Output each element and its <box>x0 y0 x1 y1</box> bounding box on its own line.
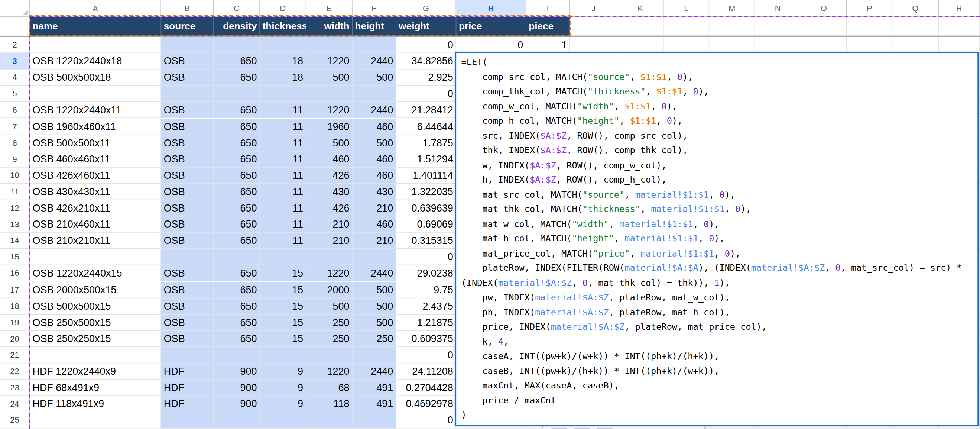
cell-D25[interactable] <box>260 412 306 429</box>
cell-F3[interactable]: 2440 <box>353 53 396 70</box>
cell-D22[interactable]: 9 <box>260 363 306 380</box>
cell-G4[interactable]: 2.925 <box>396 70 457 86</box>
cell-D17[interactable]: 15 <box>260 282 306 298</box>
cell-F22[interactable]: 2440 <box>353 363 396 380</box>
column-header-P[interactable]: P <box>847 0 893 17</box>
cell-Q2[interactable] <box>892 37 939 53</box>
cell-A16[interactable]: OSB 1220x2440x15 <box>30 265 161 282</box>
cell-B25[interactable] <box>161 412 213 429</box>
cell-G24[interactable]: 0.4692978 <box>396 396 457 412</box>
cell-A14[interactable]: OSB 210x210x11 <box>30 233 161 249</box>
cell-B12[interactable]: OSB <box>161 200 213 216</box>
cell-A17[interactable]: OSB 2000x500x15 <box>30 282 161 298</box>
cell-E19[interactable]: 250 <box>306 314 352 331</box>
row-header-21[interactable]: 21 <box>0 347 30 364</box>
cell-E4[interactable]: 500 <box>306 70 352 86</box>
cell-E16[interactable]: 1220 <box>306 265 352 282</box>
cell-G22[interactable]: 24.11208 <box>396 363 457 380</box>
row-header-11[interactable]: 11 <box>0 183 30 200</box>
cell-K1[interactable] <box>617 17 663 35</box>
cell-F2[interactable] <box>353 37 396 53</box>
cell-F10[interactable]: 460 <box>353 167 396 184</box>
cell-E22[interactable]: 1220 <box>306 363 352 380</box>
cell-G10[interactable]: 1.401114 <box>396 167 457 184</box>
cell-Q1[interactable] <box>892 17 939 35</box>
column-header-L[interactable]: L <box>664 0 710 17</box>
cell-A2[interactable] <box>30 37 161 53</box>
column-header-J[interactable]: J <box>570 0 617 17</box>
cell-C7[interactable]: 650 <box>213 119 260 135</box>
cell-C22[interactable]: 900 <box>213 363 260 380</box>
cell-M1[interactable] <box>710 17 755 35</box>
cell-B11[interactable]: OSB <box>161 183 213 200</box>
column-header-D[interactable]: D <box>260 0 306 17</box>
cell-D8[interactable]: 11 <box>260 135 306 151</box>
cell-P2[interactable] <box>847 37 893 53</box>
cell-G15[interactable]: 0 <box>396 249 457 265</box>
cell-D21[interactable] <box>260 347 306 364</box>
cell-P1[interactable] <box>847 17 893 35</box>
cell-C15[interactable] <box>213 249 260 265</box>
column-header-K[interactable]: K <box>617 0 663 17</box>
cell-D9[interactable]: 11 <box>260 151 306 167</box>
cell-D16[interactable]: 15 <box>260 265 306 282</box>
cell-E17[interactable]: 2000 <box>306 282 352 298</box>
column-header-H[interactable]: H <box>456 0 526 17</box>
cell-D14[interactable]: 11 <box>260 233 306 249</box>
cell-F16[interactable]: 2440 <box>353 265 396 282</box>
cell-E9[interactable]: 460 <box>306 151 352 167</box>
cell-G9[interactable]: 1.51294 <box>396 151 457 167</box>
cell-E15[interactable] <box>306 249 352 265</box>
cell-B13[interactable]: OSB <box>161 216 213 233</box>
cell-D7[interactable]: 11 <box>260 119 306 135</box>
cell-C12[interactable]: 650 <box>213 200 260 216</box>
cell-C11[interactable]: 650 <box>213 183 260 200</box>
column-header-B[interactable]: B <box>161 0 213 17</box>
cell-B6[interactable]: OSB <box>161 102 213 119</box>
column-header-Q[interactable]: Q <box>892 0 939 17</box>
cell-F23[interactable]: 491 <box>353 380 396 396</box>
column-header-E[interactable]: E <box>306 0 352 17</box>
cell-E12[interactable]: 426 <box>306 200 352 216</box>
cell-D18[interactable]: 15 <box>260 298 306 314</box>
row-header-3[interactable]: 3 <box>0 53 30 70</box>
cell-F20[interactable]: 250 <box>353 331 396 347</box>
cell-F21[interactable] <box>353 347 396 364</box>
cell-F25[interactable] <box>353 412 396 429</box>
row-header-13[interactable]: 13 <box>0 216 30 233</box>
cell-C8[interactable]: 650 <box>213 135 260 151</box>
cell-G19[interactable]: 1.21875 <box>396 314 457 331</box>
row-header-8[interactable]: 8 <box>0 135 30 151</box>
column-header-G[interactable]: G <box>396 0 457 17</box>
cell-O2[interactable] <box>801 37 847 53</box>
cell-E25[interactable] <box>306 412 352 429</box>
cell-L2[interactable] <box>664 37 710 53</box>
cell-C21[interactable] <box>213 347 260 364</box>
cell-C9[interactable]: 650 <box>213 151 260 167</box>
cell-E24[interactable]: 118 <box>306 396 352 412</box>
row-header-15[interactable]: 15 <box>0 249 30 265</box>
cell-C17[interactable]: 650 <box>213 282 260 298</box>
cell-F19[interactable]: 500 <box>353 314 396 331</box>
cell-F13[interactable]: 460 <box>353 216 396 233</box>
cell-B2[interactable] <box>161 37 213 53</box>
cell-A9[interactable]: OSB 460x460x11 <box>30 151 161 167</box>
cell-F18[interactable]: 500 <box>353 298 396 314</box>
cell-D12[interactable]: 11 <box>260 200 306 216</box>
cell-A8[interactable]: OSB 500x500x11 <box>30 135 161 151</box>
cell-R2[interactable] <box>939 37 980 53</box>
cell-M2[interactable] <box>710 37 755 53</box>
cell-C13[interactable]: 650 <box>213 216 260 233</box>
row-header-7[interactable]: 7 <box>0 119 30 135</box>
cell-F9[interactable]: 460 <box>353 151 396 167</box>
cell-N1[interactable] <box>755 17 801 35</box>
cell-E18[interactable]: 500 <box>306 298 352 314</box>
column-header-O[interactable]: O <box>801 0 847 17</box>
cell-D15[interactable] <box>260 249 306 265</box>
column-header-R[interactable]: R <box>939 0 980 17</box>
row-header-5[interactable]: 5 <box>0 86 30 102</box>
cell-B9[interactable]: OSB <box>161 151 213 167</box>
cell-E13[interactable]: 210 <box>306 216 352 233</box>
cell-G7[interactable]: 6.44644 <box>396 119 457 135</box>
cell-D2[interactable] <box>260 37 306 53</box>
